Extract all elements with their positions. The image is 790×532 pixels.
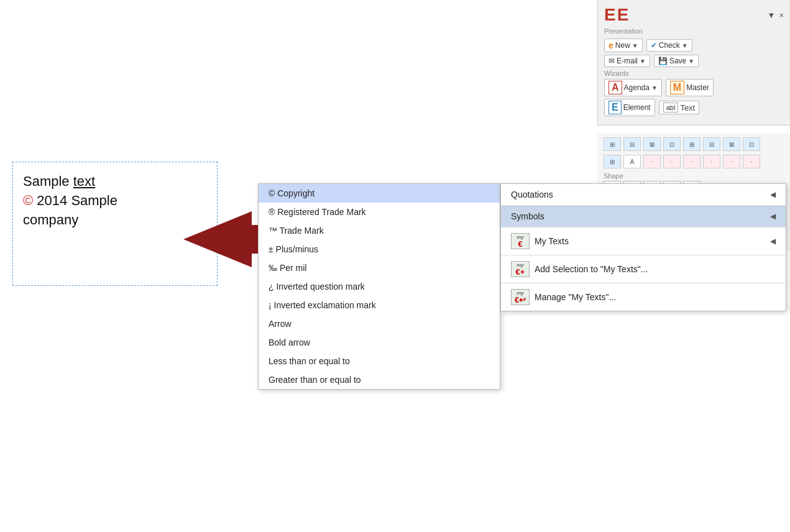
new-dropdown-arrow[interactable]: ▼ <box>632 42 638 49</box>
symbols-arrow: ◀ <box>770 212 776 221</box>
sample-line1: Sample text <box>23 172 207 191</box>
layout-icon-5[interactable]: ⊞ <box>683 137 700 151</box>
menu-item-permil[interactable]: ‰ Per mil <box>259 259 500 277</box>
check-dropdown-arrow[interactable]: ▼ <box>682 42 688 49</box>
menu-item-greater-equal[interactable]: Greater than or equal to <box>259 370 500 389</box>
panel-title-controls: ▼ × <box>768 11 784 20</box>
email-icon: ✉ <box>609 57 615 65</box>
red-arrow <box>183 211 252 267</box>
add-selection-icon: my €+ <box>511 261 530 277</box>
new-icon: e <box>609 40 613 50</box>
layout-icon-3[interactable]: ⊠ <box>643 137 661 151</box>
layout-icon-8[interactable]: ⊡ <box>743 137 760 151</box>
sample-line2: © 2014 Sample <box>23 191 207 211</box>
layout-icon-2[interactable]: ⊟ <box>623 137 641 151</box>
layout-icon-1[interactable]: ⊞ <box>604 137 621 151</box>
email-label: E-mail <box>617 57 638 65</box>
element-button[interactable]: E Element <box>604 99 655 116</box>
add-selection-with-icon: my €+ Add Selection to "My Texts"... <box>511 261 648 277</box>
toolbar-row-2: ✉ E-mail ▼ 💾 Save ▼ <box>604 55 784 67</box>
top-panel: EE ▼ × Presentation e New ▼ ✔ Check ▼ ✉ … <box>597 0 790 126</box>
close-btn[interactable]: × <box>779 11 784 20</box>
layout2-icon-6[interactable]: · <box>703 155 720 168</box>
manage-label: Manage "My Texts"... <box>535 292 616 302</box>
layout2-icon-8[interactable]: · <box>743 155 760 168</box>
layout-icon-6[interactable]: ⊟ <box>703 137 720 151</box>
quotations-label: Quotations <box>511 190 553 200</box>
email-button[interactable]: ✉ E-mail ▼ <box>604 55 650 67</box>
layout2-icon-2[interactable]: A <box>623 155 641 168</box>
panel-logo: EE <box>604 5 630 25</box>
save-label: Save <box>669 57 686 65</box>
panel-title-row: EE ▼ × <box>604 5 784 25</box>
menu-item-registered[interactable]: ® Registered Trade Mark <box>259 203 500 221</box>
add-selection-label: Add Selection to "My Texts"... <box>535 264 648 274</box>
sample-underline-text: text <box>73 173 95 189</box>
layout-icon-4[interactable]: ⊡ <box>663 137 681 151</box>
layout-icon-grid: ⊞ ⊟ ⊠ ⊡ ⊞ ⊟ ⊠ ⊡ <box>604 137 784 151</box>
manage-icon: my €↩ <box>511 289 530 305</box>
copyright-symbol: © <box>23 193 33 208</box>
layout2-icon-7[interactable]: · <box>723 155 740 168</box>
toolbar-row-1: e New ▼ ✔ Check ▼ <box>604 39 784 52</box>
minimize-btn[interactable]: ▼ <box>768 11 776 20</box>
menu-item-less-equal[interactable]: Less than or equal to <box>259 352 500 370</box>
menu-item-inverted-exclamation[interactable]: ¡ Inverted exclamation mark <box>259 296 500 314</box>
menu-item-inverted-question[interactable]: ¿ Inverted question mark <box>259 277 500 296</box>
my-texts-icon: my € <box>511 233 530 249</box>
menu-item-bold-arrow[interactable]: Bold arrow <box>259 333 500 352</box>
symbols-menu: © Copyright ® Registered Trade Mark ™ Tr… <box>258 183 500 390</box>
check-icon: ✔ <box>651 41 657 50</box>
check-button[interactable]: ✔ Check ▼ <box>646 39 692 52</box>
menu-item-trademark[interactable]: ™ Trade Mark <box>259 221 500 240</box>
layout2-icon-1[interactable]: ⊞ <box>604 155 621 168</box>
text-icon: abl <box>663 103 679 112</box>
submenu-item-manage[interactable]: my €↩ Manage "My Texts"... <box>501 283 786 311</box>
save-button[interactable]: 💾 Save ▼ <box>654 55 699 67</box>
agenda-dropdown-arrow[interactable]: ▼ <box>651 85 658 91</box>
my-texts-arrow: ◀ <box>770 237 776 245</box>
element-row: E Element abl Text <box>604 99 784 116</box>
text-button[interactable]: abl Text <box>659 101 700 114</box>
save-icon: 💾 <box>658 57 668 65</box>
check-label: Check <box>659 41 680 50</box>
agenda-label: Agenda <box>624 83 650 92</box>
submenu-item-quotations[interactable]: Quotations ◀ <box>501 184 786 205</box>
menu-item-arrow[interactable]: Arrow <box>259 314 500 333</box>
email-dropdown-arrow[interactable]: ▼ <box>640 58 646 65</box>
shape-section-label: Shape <box>604 172 784 180</box>
sample-line3: company <box>23 211 207 230</box>
layout2-icon-5[interactable]: · <box>683 155 700 168</box>
master-button[interactable]: M Master <box>666 79 714 96</box>
menu-item-plusminus[interactable]: ± Plus/minus <box>259 240 500 259</box>
panel-subtitle: Presentation <box>604 27 784 35</box>
save-dropdown-arrow[interactable]: ▼ <box>688 58 694 65</box>
my-texts-with-icon: my € My Texts <box>511 233 569 249</box>
submenu-item-add-selection[interactable]: my €+ Add Selection to "My Texts"... <box>501 255 786 283</box>
element-label: Element <box>623 103 651 112</box>
master-label: Master <box>686 83 709 92</box>
menu-item-copyright[interactable]: © Copyright <box>259 184 500 203</box>
element-icon: E <box>609 101 622 114</box>
layout-icon-grid-2: ⊞ A · · · · · · <box>604 155 784 168</box>
layout2-icon-4[interactable]: · <box>663 155 681 168</box>
manage-with-icon: my €↩ Manage "My Texts"... <box>511 289 616 305</box>
text-label: Text <box>680 103 695 112</box>
quotations-arrow: ◀ <box>770 190 776 199</box>
master-icon: M <box>670 81 684 94</box>
wizard-row: A Agenda ▼ M Master <box>604 79 784 96</box>
submenu-item-my-texts[interactable]: my € My Texts ◀ <box>501 227 786 255</box>
right-submenu: Quotations ◀ Symbols ◀ my € My Texts ◀ m… <box>500 183 786 311</box>
symbols-label: Symbols <box>511 211 544 221</box>
agenda-icon: A <box>609 81 622 94</box>
submenu-item-symbols[interactable]: Symbols ◀ <box>501 206 786 227</box>
new-label: New <box>615 41 630 50</box>
my-texts-label: My Texts <box>535 236 569 246</box>
agenda-button[interactable]: A Agenda ▼ <box>604 79 662 96</box>
layout-icon-7[interactable]: ⊠ <box>723 137 740 151</box>
new-button[interactable]: e New ▼ <box>604 39 643 52</box>
wizards-section-label: Wizards <box>604 70 784 77</box>
layout2-icon-3[interactable]: · <box>643 155 661 168</box>
